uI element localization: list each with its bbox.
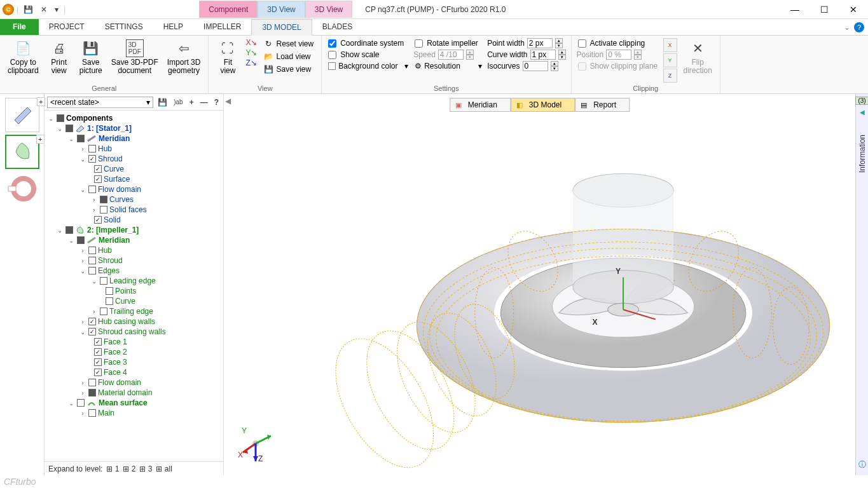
resolution-dropdown[interactable]: ⚙Resolution▾ — [413, 61, 483, 71]
save-3dpdf-button[interactable]: 3DPDFSave 3D-PDFdocument — [109, 38, 161, 76]
component-shape-stator[interactable]: + — [5, 98, 39, 132]
tree-root[interactable]: ⌄Components — [45, 113, 223, 123]
tree-item[interactable]: Face 3 — [45, 357, 223, 367]
context-tab-component[interactable]: Component — [199, 1, 258, 18]
3d-canvas[interactable]: X Y — [262, 119, 843, 480]
tree-item[interactable]: Solid — [45, 215, 223, 225]
curve-width-spinner[interactable]: Curve width1 px▴▾ — [487, 50, 565, 60]
save-state-icon[interactable]: 💾 — [156, 97, 169, 107]
remove-state-icon[interactable]: — — [198, 97, 210, 107]
add-state-icon[interactable]: + — [188, 97, 196, 107]
tree-item[interactable]: ›Material domain — [45, 388, 223, 398]
isocurves-spinner[interactable]: Isocurves0▴▾ — [487, 61, 565, 71]
clipping-position-spinner[interactable]: Position0 %▴▾ — [577, 50, 659, 60]
reset-view-button[interactable]: ↻Reset view — [261, 38, 316, 50]
close-button[interactable]: ✕ — [839, 0, 868, 19]
tab-project[interactable]: PROJECT — [39, 19, 95, 35]
tree-item[interactable]: Face 4 — [45, 367, 223, 377]
axis-y-icon[interactable]: Y↘ — [245, 48, 257, 57]
tab-report[interactable]: ▤Report — [575, 98, 630, 112]
tree-stator[interactable]: ⌄1: [Stator_1] — [45, 123, 223, 133]
help-icon[interactable]: ? — [854, 22, 864, 32]
show-clipping-plane-checkbox[interactable]: Show clipping plane — [577, 61, 659, 71]
point-width-spinner[interactable]: Point width2 px▴▾ — [487, 38, 565, 48]
tree-item[interactable]: ›Hub — [45, 144, 223, 154]
rotate-impeller-checkbox[interactable]: Rotate impeller — [413, 38, 483, 48]
clip-z-button[interactable]: Z — [663, 69, 677, 83]
context-tab-3dview-1[interactable]: 3D View — [258, 1, 305, 18]
coordinate-system-checkbox[interactable]: Coordinate system — [327, 38, 410, 48]
save-picture-button[interactable]: 💾Savepicture — [77, 38, 105, 76]
state-combo[interactable]: <recent state>▾ — [47, 97, 153, 108]
info-strip[interactable]: (3) ◀ Information ⓘ — [855, 94, 868, 475]
tree-item[interactable]: ›Curves — [45, 194, 223, 205]
tree-item[interactable]: ⌄Flow domain — [45, 184, 223, 194]
tree-item[interactable]: ›Solid faces — [45, 205, 223, 215]
tab-help[interactable]: HELP — [153, 19, 193, 35]
save-view-button[interactable]: 💾Save view — [261, 64, 316, 75]
background-color-dropdown[interactable]: Background color▾ — [327, 61, 410, 71]
expand-2[interactable]: ⊞ 2 — [123, 464, 135, 473]
add-icon[interactable]: + — [36, 135, 44, 144]
tree-item[interactable]: Curve — [45, 164, 223, 174]
expand-1[interactable]: ⊞ 1 — [106, 464, 119, 473]
copy-to-clipboard-button[interactable]: 📄Copy toclipboard — [5, 38, 41, 76]
expand-3[interactable]: ⊞ 3 — [139, 464, 152, 473]
fit-view-button[interactable]: ⛶Fitview — [214, 38, 242, 76]
load-view-button[interactable]: 📂Load view — [261, 51, 316, 62]
tree-item[interactable]: ›Flow domain — [45, 377, 223, 388]
activate-clipping-checkbox[interactable]: Activate clipping — [577, 38, 659, 48]
axis-z-icon[interactable]: Z↘ — [245, 58, 257, 67]
tree-item[interactable]: ⌄Edges — [45, 266, 223, 276]
tree-item[interactable]: Face 2 — [45, 347, 223, 357]
maximize-button[interactable]: ☐ — [809, 0, 839, 19]
tree-item[interactable]: ⌄Leading edge — [45, 276, 223, 286]
rename-icon[interactable]: )ab — [172, 98, 184, 106]
dropdown-quick-icon[interactable]: ▾ — [52, 4, 61, 15]
save-quick-icon[interactable]: 💾 — [21, 4, 36, 15]
info-icon[interactable]: ⓘ — [858, 459, 866, 470]
ribbon-collapse-icon[interactable]: ⌄ — [844, 23, 850, 32]
tab-impeller[interactable]: IMPELLER — [193, 19, 251, 35]
component-tree[interactable]: ⌄Components ⌄1: [Stator_1] ⌄Meridian ›Hu… — [45, 111, 223, 461]
close-quick-icon[interactable]: ✕ — [38, 4, 50, 15]
print-view-button[interactable]: 🖨Printview — [45, 38, 73, 76]
tree-item[interactable]: Points — [45, 286, 223, 296]
tree-item[interactable]: ›Hub casing walls — [45, 316, 223, 327]
tree-item[interactable]: ›Trailing edge — [45, 306, 223, 316]
tree-item[interactable]: ⌄Mean surface — [45, 398, 223, 408]
help-state-icon[interactable]: ? — [212, 97, 221, 107]
tree-impeller[interactable]: ⌄2: [Impeller_1] — [45, 225, 223, 235]
expand-info-icon[interactable]: ◀ — [860, 109, 865, 116]
tree-item[interactable]: ⌄Meridian — [45, 235, 223, 245]
tree-item[interactable]: ⌄Meridian — [45, 133, 223, 144]
context-tab-3dview-2[interactable]: 3D View — [305, 1, 352, 18]
tree-item[interactable]: Curve — [45, 296, 223, 306]
speed-spinner[interactable]: Speed4 /10▴▾ — [413, 50, 483, 60]
tree-item[interactable]: ›Hub — [45, 245, 223, 255]
tree-item[interactable]: ⌄Shroud — [45, 154, 223, 164]
tree-item[interactable]: Surface — [45, 174, 223, 184]
axis-x-icon[interactable]: X↘ — [245, 38, 257, 47]
flip-direction-button[interactable]: ✕Flipdirection — [681, 38, 715, 76]
tree-item[interactable]: ›Main — [45, 408, 223, 418]
component-shape-volute[interactable] — [5, 172, 39, 206]
tab-3d-model[interactable]: ◧3D Model — [511, 98, 575, 112]
add-icon[interactable]: + — [37, 97, 45, 106]
minimize-button[interactable]: — — [780, 0, 809, 19]
tree-item[interactable]: ⌄Shroud casing walls — [45, 327, 223, 337]
tree-item[interactable]: ›Shroud — [45, 255, 223, 266]
component-shape-impeller[interactable]: + — [5, 135, 39, 169]
axis-gizmo[interactable]: Y X Z — [237, 424, 275, 463]
expand-all[interactable]: ⊞ all — [156, 464, 172, 473]
clip-x-button[interactable]: X — [663, 38, 677, 52]
show-scale-checkbox[interactable]: Show scale — [327, 50, 410, 60]
3d-viewport[interactable]: ◀ ▣Meridian ◧3D Model ▤Report — [224, 94, 855, 475]
tab-3d-model[interactable]: 3D MODEL — [251, 19, 312, 36]
tab-settings[interactable]: SETTINGS — [95, 19, 153, 35]
tree-item[interactable]: Face 1 — [45, 337, 223, 347]
collapse-panel-icon[interactable]: ◀ — [225, 97, 231, 105]
tab-meridian[interactable]: ▣Meridian — [450, 98, 511, 112]
tab-file[interactable]: File — [0, 19, 39, 35]
import-3d-button[interactable]: ⇦Import 3Dgeometry — [165, 38, 203, 76]
